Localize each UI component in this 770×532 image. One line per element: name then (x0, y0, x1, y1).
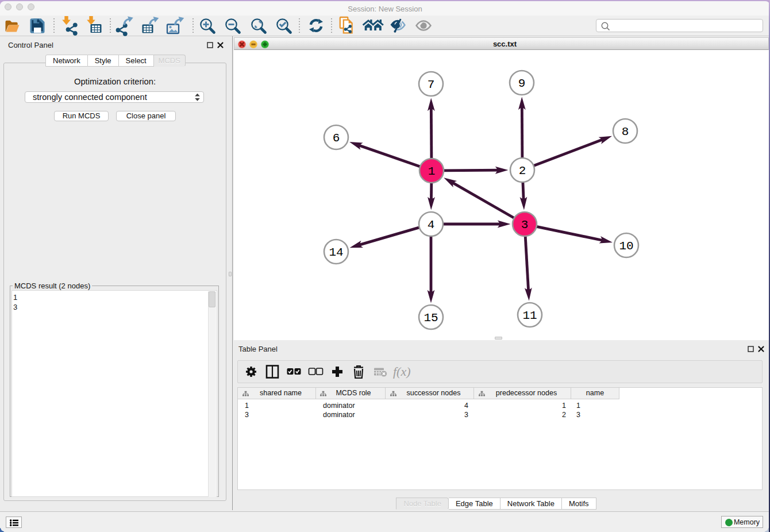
svg-text:6: 6 (333, 132, 340, 145)
svg-text:2: 2 (519, 164, 526, 178)
svg-text:7: 7 (428, 78, 435, 91)
svg-text:11: 11 (522, 309, 537, 322)
svg-text:1: 1 (428, 165, 436, 178)
svg-text:3: 3 (521, 218, 529, 232)
svg-text:14: 14 (329, 246, 343, 259)
svg-text:15: 15 (424, 311, 438, 325)
svg-text:9: 9 (518, 77, 526, 90)
svg-text:10: 10 (619, 240, 633, 253)
svg-text:f(x): f(x) (393, 364, 411, 379)
svg-text:8: 8 (622, 125, 629, 138)
svg-text:4: 4 (428, 218, 435, 232)
